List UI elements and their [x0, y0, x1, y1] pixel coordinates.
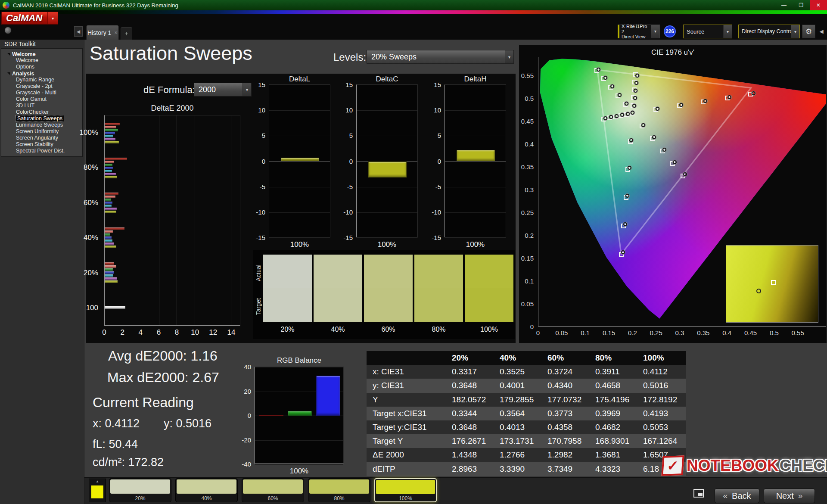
level-button-20[interactable]: 20%	[109, 478, 171, 502]
x-tick-label: 0.45	[744, 329, 757, 336]
sidebar-item-dynamic-range[interactable]: Dynamic Range	[1, 77, 82, 83]
table-cell: 0.5016	[638, 381, 686, 390]
y-tick-label: 0.25	[521, 209, 534, 216]
measured-point	[603, 116, 607, 120]
level-button-60[interactable]: 60%	[242, 478, 304, 502]
back-button[interactable]: « Back	[715, 488, 759, 503]
chevron-down-icon: ▾	[505, 50, 513, 63]
notebookcheck-logo: ✓	[661, 455, 684, 476]
current-color-swatch	[91, 485, 103, 498]
swatch-actual	[465, 255, 513, 288]
table-cell: 3.3390	[494, 464, 542, 474]
x-tick-label: 0.35	[697, 329, 709, 336]
page-title: Saturation Sweeps	[90, 42, 252, 65]
formula-value: 2000	[194, 85, 243, 94]
x-tick-label: 0	[102, 328, 106, 337]
calman-menu-button[interactable]: CalMAN ▾	[1, 12, 58, 25]
next-chevron-icon: »	[798, 491, 803, 501]
new-tab-button[interactable]: +	[121, 27, 132, 40]
meter-select[interactable]: X-Rite i1Pro 2 Direct View ▾	[618, 25, 660, 38]
close-icon: ✕	[816, 2, 821, 8]
gridline	[255, 440, 343, 441]
row-label: dEITP	[367, 464, 447, 474]
results-table: 20%40%60%80%100%x: CIE310.33170.35250.37…	[367, 351, 686, 476]
minimize-button[interactable]: —	[775, 0, 793, 10]
gridline	[269, 162, 330, 162]
bar	[105, 202, 112, 204]
formula-label: dE Formula:	[143, 84, 195, 96]
sidebar-item-colorchecker[interactable]: ColorChecker	[1, 109, 82, 115]
target-label: Target	[255, 291, 262, 322]
chevron-left-icon: ◀	[77, 29, 80, 34]
table-cell: 179.2855	[494, 395, 542, 404]
tab-close-icon: ✕	[114, 31, 118, 35]
bar	[105, 141, 119, 143]
y-tick-label: 0	[530, 323, 534, 330]
bar	[105, 227, 124, 230]
y-tick-label: 0	[248, 412, 251, 419]
pin-icon[interactable]	[4, 27, 12, 34]
gridline	[357, 212, 417, 213]
measured-point	[656, 107, 659, 111]
levels-value: 20% Sweeps	[367, 53, 505, 62]
sidebar-item-options[interactable]: Options	[1, 64, 82, 70]
bar	[105, 164, 112, 166]
bar	[105, 196, 115, 198]
actual-label: Actual	[255, 258, 262, 289]
swatch-80: 80%	[414, 255, 463, 334]
maximize-button[interactable]: ❐	[793, 0, 810, 10]
sidebar-item-welcome[interactable]: Welcome	[1, 57, 82, 64]
table-row: y: CIE310.36480.40010.43400.46580.5016	[367, 379, 686, 392]
row-label: Target x:CIE31	[367, 409, 447, 418]
table-row: Y182.0572179.2855177.0732175.4196172.819…	[367, 393, 686, 407]
notebookcheck-watermark: ✓ NOTEBOOK CHECK	[662, 452, 827, 479]
sidebar-section-analysis[interactable]: Analysis	[1, 70, 82, 77]
meter-line1: X-Rite i1Pro 2	[622, 24, 651, 34]
x-tick-label: 10	[191, 328, 199, 337]
source-select[interactable]: Source ▾	[683, 25, 732, 38]
sidebar-section-welcome[interactable]: Welcome	[1, 51, 82, 57]
y-axis: 151050-5-10-15	[336, 84, 354, 237]
y-tick-label: 0.1	[525, 277, 534, 285]
collapse-right-button[interactable]: ◀	[817, 25, 826, 38]
settings-button[interactable]: ⚙	[802, 25, 815, 38]
table-cell: 0.4001	[494, 381, 542, 390]
display-control-select[interactable]: Direct Display Control ▾	[738, 25, 800, 38]
plus-icon: +	[124, 30, 128, 37]
sidebar-collapse-button[interactable]: ◀	[74, 26, 83, 37]
formula-select[interactable]: 2000 ▾	[194, 83, 252, 96]
red-bar	[259, 415, 283, 416]
y-tick-label: -5	[260, 183, 265, 190]
bar	[105, 274, 113, 277]
y-tick-label: 100	[70, 291, 102, 326]
close-button[interactable]: ✕	[810, 0, 827, 10]
sidebar-item-3d-lut[interactable]: 3D LUT	[1, 103, 82, 109]
table-row: ΔE 20001.43481.27661.29821.36811.6507	[367, 448, 686, 462]
swatch-target	[465, 288, 513, 322]
layout-button[interactable]	[689, 484, 708, 502]
y-tick-label: 60%	[70, 185, 102, 221]
back-label: Back	[732, 491, 751, 501]
level-button-80[interactable]: 80%	[308, 478, 370, 502]
x-tick-label: 0.55	[792, 329, 804, 336]
gridline	[357, 187, 417, 187]
meter-count-badge[interactable]: 226	[664, 25, 676, 37]
display-control-label: Direct Display Control	[739, 28, 791, 34]
measured-point	[632, 104, 636, 108]
bar	[105, 280, 118, 283]
current-color-button[interactable]: ▲	[89, 479, 106, 502]
next-button[interactable]: Next »	[764, 488, 815, 503]
sidebar-item-color-gamut[interactable]: Color Gamut	[1, 96, 82, 103]
table-cell: 168.9301	[590, 436, 638, 446]
sidebar-item-grayscale-multi[interactable]: Grayscale - Multi	[1, 90, 82, 96]
sidebar-item-grayscale-2pt[interactable]: Grayscale - 2pt	[1, 83, 82, 90]
level-button-40[interactable]: 40%	[175, 478, 238, 502]
y-tick-label: 10	[434, 106, 441, 114]
levels-select[interactable]: 20% Sweeps ▾	[367, 50, 514, 64]
table-header-row: 20%40%60%80%100%	[367, 351, 686, 365]
level-button-100[interactable]: 100%	[374, 478, 437, 502]
table-cell: 0.3911	[590, 367, 638, 376]
tab-history[interactable]: History 1 ✕	[86, 25, 119, 40]
bar	[105, 173, 116, 175]
plot-area	[445, 84, 506, 237]
